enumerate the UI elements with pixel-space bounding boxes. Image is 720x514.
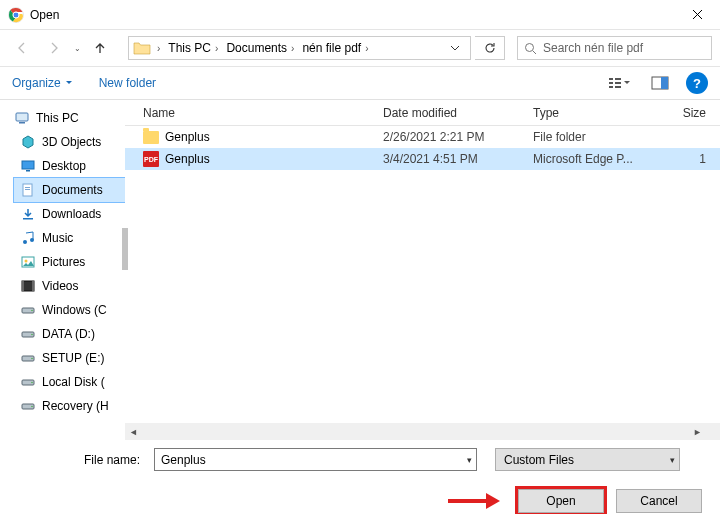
tree-item[interactable]: DATA (D:)	[14, 322, 125, 346]
breadcrumb-segment[interactable]: This PC›	[164, 39, 222, 57]
svg-rect-8	[609, 86, 613, 88]
search-icon	[524, 42, 537, 55]
file-name: Genplus	[165, 130, 210, 144]
annotation-arrow	[448, 493, 500, 509]
svg-point-34	[31, 358, 33, 360]
tree-item[interactable]: 3D Objects	[14, 130, 125, 154]
file-date: 3/4/2021 4:51 PM	[383, 152, 533, 166]
search-placeholder: Search nén file pdf	[543, 41, 643, 55]
tree-view[interactable]: This PC 3D ObjectsDesktopDocumentsDownlo…	[0, 100, 125, 440]
chevron-down-icon: ▾	[467, 455, 472, 465]
tree-item[interactable]: Music	[14, 226, 125, 250]
svg-rect-9	[615, 78, 621, 80]
path-dropdown[interactable]	[440, 43, 470, 53]
file-type: File folder	[533, 130, 658, 144]
col-type[interactable]: Type	[533, 106, 658, 120]
tree-item-icon	[20, 254, 36, 270]
tree-item-icon	[20, 206, 36, 222]
breadcrumb-bar[interactable]: › This PC› Documents› nén file pdf›	[128, 36, 471, 60]
breadcrumb-segment[interactable]: Documents›	[222, 39, 298, 57]
tree-item-label: Recovery (H	[42, 399, 109, 413]
svg-rect-14	[16, 113, 28, 121]
tree-item-label: Downloads	[42, 207, 101, 221]
tree-root-thispc[interactable]: This PC	[14, 106, 125, 130]
up-button[interactable]	[86, 34, 114, 62]
tree-item-icon	[20, 326, 36, 342]
tree-item[interactable]: Local Disk (	[14, 370, 125, 394]
svg-rect-15	[19, 122, 25, 124]
toolbar: Organize New folder ?	[0, 66, 720, 100]
chrome-icon	[8, 7, 24, 23]
tree-item-label: Local Disk (	[42, 375, 105, 389]
new-folder-button[interactable]: New folder	[99, 76, 156, 90]
folder-icon	[133, 40, 151, 56]
forward-button[interactable]	[40, 34, 68, 62]
file-list: Name Date modified Type Size Genplus2/26…	[125, 100, 720, 440]
close-icon	[692, 9, 703, 20]
svg-rect-13	[661, 77, 668, 89]
tree-item-icon	[20, 398, 36, 414]
svg-point-30	[31, 310, 33, 312]
tree-item-label: 3D Objects	[42, 135, 101, 149]
col-name[interactable]: Name	[143, 106, 383, 120]
file-date: 2/26/2021 2:21 PM	[383, 130, 533, 144]
svg-rect-19	[25, 187, 30, 188]
open-button[interactable]: Open	[518, 489, 604, 513]
back-button[interactable]	[8, 34, 36, 62]
tree-item-icon	[20, 374, 36, 390]
svg-rect-10	[615, 82, 621, 84]
svg-rect-21	[23, 218, 33, 220]
tree-item-label: Windows (C	[42, 303, 107, 317]
file-size: 1	[658, 152, 720, 166]
column-headers[interactable]: Name Date modified Type Size	[125, 100, 720, 126]
svg-point-5	[526, 43, 534, 51]
horizontal-scrollbar[interactable]: ◄►	[125, 423, 706, 440]
svg-rect-6	[609, 78, 613, 80]
tree-item-icon	[20, 278, 36, 294]
tree-item[interactable]: Windows (C	[14, 298, 125, 322]
filename-combobox[interactable]: Genplus ▾	[154, 448, 477, 471]
svg-point-22	[23, 240, 27, 244]
address-bar: ⌄ › This PC› Documents› nén file pdf› Se…	[0, 30, 720, 66]
svg-point-25	[25, 260, 28, 263]
file-type: Microsoft Edge P...	[533, 152, 658, 166]
tree-item[interactable]: Pictures	[14, 250, 125, 274]
svg-point-36	[31, 382, 33, 384]
pdf-icon: PDF	[143, 151, 159, 167]
tree-item[interactable]: Recovery (H	[14, 394, 125, 418]
filetype-combobox[interactable]: Custom Files ▾	[495, 448, 680, 471]
tree-item-label: Videos	[42, 279, 78, 293]
preview-pane-button[interactable]	[642, 71, 678, 95]
svg-point-3	[14, 12, 19, 17]
col-size[interactable]: Size	[658, 106, 720, 120]
organize-menu[interactable]: Organize	[12, 76, 73, 90]
col-date[interactable]: Date modified	[383, 106, 533, 120]
tree-item[interactable]: Downloads	[14, 202, 125, 226]
tree-item[interactable]: Documents	[14, 178, 125, 202]
tree-item[interactable]: SETUP (E:)	[14, 346, 125, 370]
svg-rect-16	[22, 161, 34, 169]
tree-item-icon	[20, 350, 36, 366]
file-row[interactable]: Genplus2/26/2021 2:21 PMFile folder	[125, 126, 720, 148]
tree-item-icon	[20, 158, 36, 174]
tree-item[interactable]: Desktop	[14, 154, 125, 178]
view-options-button[interactable]	[602, 71, 638, 95]
tree-item[interactable]: Videos	[14, 274, 125, 298]
chevron-down-icon: ▾	[670, 455, 675, 465]
tree-item-icon	[20, 182, 36, 198]
title-bar: Open	[0, 0, 720, 30]
svg-point-38	[31, 406, 33, 408]
file-row[interactable]: PDFGenplus3/4/2021 4:51 PMMicrosoft Edge…	[125, 148, 720, 170]
svg-rect-11	[615, 86, 621, 88]
refresh-button[interactable]	[475, 36, 505, 60]
close-button[interactable]	[674, 0, 720, 30]
history-dropdown[interactable]: ⌄	[72, 44, 82, 53]
breadcrumb-segment[interactable]: nén file pdf›	[298, 39, 372, 57]
tree-item-label: Pictures	[42, 255, 85, 269]
folder-icon	[143, 131, 159, 144]
cancel-button[interactable]: Cancel	[616, 489, 702, 513]
help-button[interactable]: ?	[686, 72, 708, 94]
svg-rect-17	[26, 170, 30, 172]
tree-item-icon	[20, 134, 36, 150]
search-input[interactable]: Search nén file pdf	[517, 36, 712, 60]
